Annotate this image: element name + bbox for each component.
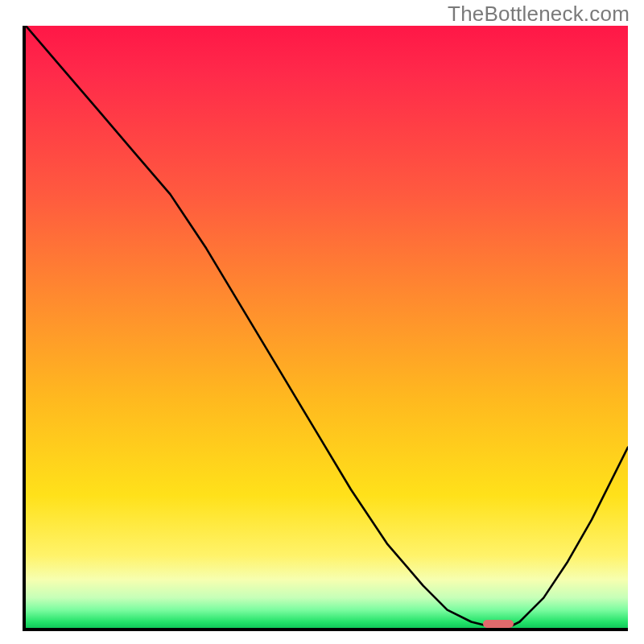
curve-svg xyxy=(26,26,628,628)
plot-area xyxy=(23,26,628,631)
watermark-text: TheBottleneck.com xyxy=(448,2,630,27)
chart-stage: TheBottleneck.com xyxy=(0,0,644,644)
bottleneck-curve xyxy=(26,26,628,628)
optimal-marker xyxy=(483,620,513,628)
